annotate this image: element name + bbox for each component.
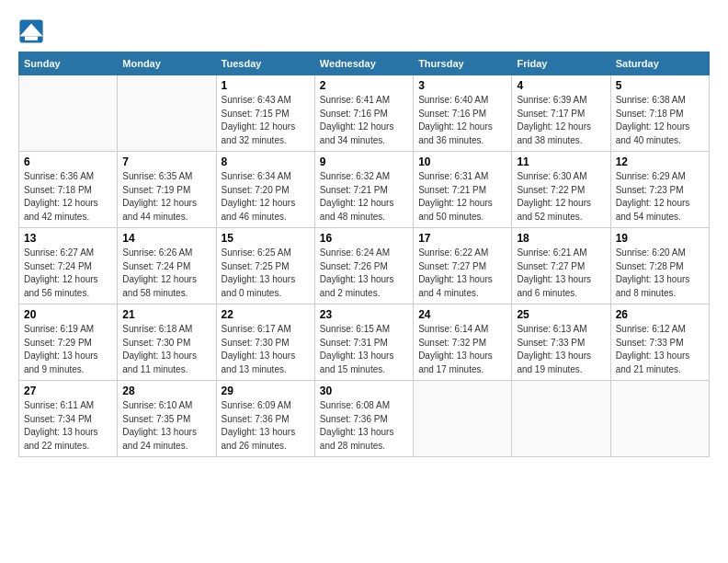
calendar-cell: 25Sunrise: 6:13 AM Sunset: 7:33 PM Dayli… [512, 304, 610, 381]
day-number: 21 [122, 308, 210, 321]
day-number: 3 [418, 79, 506, 92]
day-info: Sunrise: 6:14 AM Sunset: 7:32 PM Dayligh… [418, 323, 506, 376]
day-header-monday: Monday [118, 52, 216, 75]
day-number: 29 [222, 385, 310, 397]
calendar-cell: 22Sunrise: 6:17 AM Sunset: 7:30 PM Dayli… [216, 304, 314, 381]
day-header-saturday: Saturday [610, 52, 709, 75]
calendar-cell [19, 75, 118, 152]
day-number: 9 [320, 155, 408, 168]
calendar-cell: 12Sunrise: 6:29 AM Sunset: 7:23 PM Dayli… [610, 152, 709, 228]
calendar-week-row: 6Sunrise: 6:36 AM Sunset: 7:18 PM Daylig… [19, 152, 710, 228]
day-info: Sunrise: 6:31 AM Sunset: 7:21 PM Dayligh… [418, 170, 506, 224]
day-info: Sunrise: 6:43 AM Sunset: 7:15 PM Dayligh… [222, 94, 310, 147]
day-info: Sunrise: 6:39 AM Sunset: 7:17 PM Dayligh… [517, 94, 605, 147]
calendar-cell: 3Sunrise: 6:40 AM Sunset: 7:16 PM Daylig… [414, 75, 512, 152]
calendar-cell [118, 75, 216, 152]
day-info: Sunrise: 6:32 AM Sunset: 7:21 PM Dayligh… [320, 170, 408, 224]
calendar-cell: 8Sunrise: 6:34 AM Sunset: 7:20 PM Daylig… [216, 152, 314, 228]
day-number: 22 [222, 308, 310, 321]
day-number: 1 [222, 79, 310, 92]
calendar-cell [512, 381, 610, 457]
day-number: 27 [24, 385, 112, 397]
day-number: 19 [616, 232, 704, 245]
day-number: 24 [418, 308, 506, 321]
day-number: 6 [24, 155, 112, 168]
calendar-cell: 17Sunrise: 6:22 AM Sunset: 7:27 PM Dayli… [414, 228, 512, 304]
logo-icon [18, 18, 44, 44]
calendar-cell [610, 381, 709, 457]
calendar-cell: 28Sunrise: 6:10 AM Sunset: 7:35 PM Dayli… [118, 381, 216, 457]
calendar-cell: 19Sunrise: 6:20 AM Sunset: 7:28 PM Dayli… [610, 228, 709, 304]
day-info: Sunrise: 6:26 AM Sunset: 7:24 PM Dayligh… [122, 247, 210, 300]
day-info: Sunrise: 6:34 AM Sunset: 7:20 PM Dayligh… [222, 170, 310, 224]
day-info: Sunrise: 6:20 AM Sunset: 7:28 PM Dayligh… [616, 247, 704, 300]
day-info: Sunrise: 6:27 AM Sunset: 7:24 PM Dayligh… [24, 247, 112, 300]
calendar-cell: 16Sunrise: 6:24 AM Sunset: 7:26 PM Dayli… [314, 228, 413, 304]
day-header-wednesday: Wednesday [314, 52, 413, 75]
calendar-cell: 23Sunrise: 6:15 AM Sunset: 7:31 PM Dayli… [314, 304, 413, 381]
day-info: Sunrise: 6:17 AM Sunset: 7:30 PM Dayligh… [222, 323, 310, 376]
day-number: 2 [320, 79, 408, 92]
day-header-thursday: Thursday [414, 52, 512, 75]
svg-rect-2 [25, 37, 38, 40]
calendar-header-row: SundayMondayTuesdayWednesdayThursdayFrid… [19, 52, 710, 75]
day-info: Sunrise: 6:24 AM Sunset: 7:26 PM Dayligh… [320, 247, 408, 300]
calendar-cell: 26Sunrise: 6:12 AM Sunset: 7:33 PM Dayli… [610, 304, 709, 381]
calendar-week-row: 13Sunrise: 6:27 AM Sunset: 7:24 PM Dayli… [19, 228, 710, 304]
day-info: Sunrise: 6:35 AM Sunset: 7:19 PM Dayligh… [122, 170, 210, 224]
calendar-cell [414, 381, 512, 457]
calendar-week-row: 20Sunrise: 6:19 AM Sunset: 7:29 PM Dayli… [19, 304, 710, 381]
calendar-cell: 20Sunrise: 6:19 AM Sunset: 7:29 PM Dayli… [19, 304, 118, 381]
day-number: 20 [24, 308, 112, 321]
calendar-cell: 4Sunrise: 6:39 AM Sunset: 7:17 PM Daylig… [512, 75, 610, 152]
day-number: 11 [517, 155, 605, 168]
day-info: Sunrise: 6:36 AM Sunset: 7:18 PM Dayligh… [24, 170, 112, 224]
calendar: SundayMondayTuesdayWednesdayThursdayFrid… [18, 52, 710, 457]
day-header-sunday: Sunday [19, 52, 118, 75]
day-info: Sunrise: 6:12 AM Sunset: 7:33 PM Dayligh… [616, 323, 704, 376]
day-info: Sunrise: 6:19 AM Sunset: 7:29 PM Dayligh… [24, 323, 112, 376]
day-header-tuesday: Tuesday [216, 52, 314, 75]
day-number: 5 [616, 79, 704, 92]
day-info: Sunrise: 6:09 AM Sunset: 7:36 PM Dayligh… [222, 399, 310, 453]
calendar-cell: 5Sunrise: 6:38 AM Sunset: 7:18 PM Daylig… [610, 75, 709, 152]
day-number: 23 [320, 308, 408, 321]
day-number: 8 [222, 155, 310, 168]
day-info: Sunrise: 6:10 AM Sunset: 7:35 PM Dayligh… [122, 399, 210, 453]
calendar-cell: 11Sunrise: 6:30 AM Sunset: 7:22 PM Dayli… [512, 152, 610, 228]
day-info: Sunrise: 6:15 AM Sunset: 7:31 PM Dayligh… [320, 323, 408, 376]
day-number: 7 [122, 155, 210, 168]
day-number: 30 [320, 385, 408, 397]
calendar-cell: 7Sunrise: 6:35 AM Sunset: 7:19 PM Daylig… [118, 152, 216, 228]
day-info: Sunrise: 6:30 AM Sunset: 7:22 PM Dayligh… [517, 170, 605, 224]
calendar-cell: 6Sunrise: 6:36 AM Sunset: 7:18 PM Daylig… [19, 152, 118, 228]
day-info: Sunrise: 6:22 AM Sunset: 7:27 PM Dayligh… [418, 247, 506, 300]
day-number: 18 [517, 232, 605, 245]
calendar-cell: 21Sunrise: 6:18 AM Sunset: 7:30 PM Dayli… [118, 304, 216, 381]
calendar-cell: 24Sunrise: 6:14 AM Sunset: 7:32 PM Dayli… [414, 304, 512, 381]
calendar-cell: 29Sunrise: 6:09 AM Sunset: 7:36 PM Dayli… [216, 381, 314, 457]
day-number: 12 [616, 155, 704, 168]
day-info: Sunrise: 6:21 AM Sunset: 7:27 PM Dayligh… [517, 247, 605, 300]
calendar-cell: 27Sunrise: 6:11 AM Sunset: 7:34 PM Dayli… [19, 381, 118, 457]
day-info: Sunrise: 6:08 AM Sunset: 7:36 PM Dayligh… [320, 399, 408, 453]
day-header-friday: Friday [512, 52, 610, 75]
calendar-week-row: 1Sunrise: 6:43 AM Sunset: 7:15 PM Daylig… [19, 75, 710, 152]
calendar-week-row: 27Sunrise: 6:11 AM Sunset: 7:34 PM Dayli… [19, 381, 710, 457]
calendar-cell: 9Sunrise: 6:32 AM Sunset: 7:21 PM Daylig… [314, 152, 413, 228]
day-info: Sunrise: 6:41 AM Sunset: 7:16 PM Dayligh… [320, 94, 408, 147]
day-info: Sunrise: 6:18 AM Sunset: 7:30 PM Dayligh… [122, 323, 210, 376]
calendar-cell: 18Sunrise: 6:21 AM Sunset: 7:27 PM Dayli… [512, 228, 610, 304]
day-number: 4 [517, 79, 605, 92]
day-number: 26 [616, 308, 704, 321]
calendar-cell: 13Sunrise: 6:27 AM Sunset: 7:24 PM Dayli… [19, 228, 118, 304]
day-info: Sunrise: 6:38 AM Sunset: 7:18 PM Dayligh… [616, 94, 704, 147]
day-info: Sunrise: 6:29 AM Sunset: 7:23 PM Dayligh… [616, 170, 704, 224]
calendar-cell: 14Sunrise: 6:26 AM Sunset: 7:24 PM Dayli… [118, 228, 216, 304]
day-info: Sunrise: 6:13 AM Sunset: 7:33 PM Dayligh… [517, 323, 605, 376]
day-number: 28 [122, 385, 210, 397]
day-number: 10 [418, 155, 506, 168]
day-number: 17 [418, 232, 506, 245]
day-info: Sunrise: 6:40 AM Sunset: 7:16 PM Dayligh… [418, 94, 506, 147]
day-info: Sunrise: 6:11 AM Sunset: 7:34 PM Dayligh… [24, 399, 112, 453]
